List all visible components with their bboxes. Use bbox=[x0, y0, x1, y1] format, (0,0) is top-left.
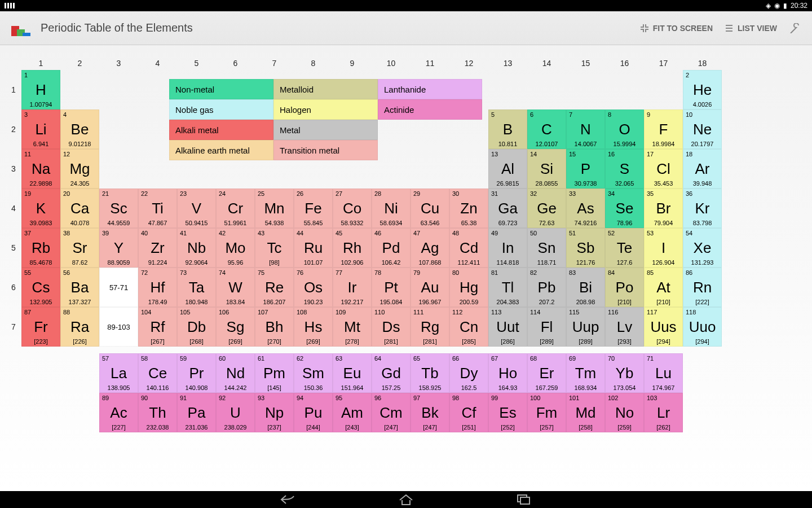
element-Cu[interactable]: 29Cu63.546 bbox=[411, 189, 449, 228]
element-Ge[interactable]: 32Ge72.63 bbox=[527, 189, 566, 228]
element-Eu[interactable]: 63Eu151.964 bbox=[333, 353, 372, 393]
element-Rh[interactable]: 45Rh102.906 bbox=[333, 228, 372, 268]
legend-transition[interactable]: Transition metal bbox=[273, 140, 378, 160]
element-Si[interactable]: 14Si28.0855 bbox=[527, 149, 566, 189]
element-Rf[interactable]: 104Rf[267] bbox=[138, 307, 177, 347]
element-Pa[interactable]: 91Pa231.036 bbox=[177, 393, 216, 432]
element-Am[interactable]: 95Am[243] bbox=[333, 393, 372, 432]
element-Ds[interactable]: 110Ds[281] bbox=[372, 307, 411, 347]
element-Ca[interactable]: 20Ca40.078 bbox=[60, 189, 99, 228]
element-Te[interactable]: 52Te127.6 bbox=[605, 228, 644, 268]
element-Es[interactable]: 99Es[252] bbox=[488, 393, 527, 432]
element-Np[interactable]: 93Np[237] bbox=[255, 393, 294, 432]
element-O[interactable]: 8O15.9994 bbox=[605, 110, 644, 149]
element-Uup[interactable]: 115Uup[289] bbox=[566, 307, 605, 347]
element-N[interactable]: 7N14.0067 bbox=[566, 110, 605, 149]
element-Sc[interactable]: 21Sc44.9559 bbox=[99, 189, 138, 228]
legend-metalloid[interactable]: Metalloid bbox=[273, 79, 378, 99]
element-Ag[interactable]: 47Ag107.868 bbox=[411, 228, 449, 268]
element-Mo[interactable]: 42Mo95.96 bbox=[216, 228, 255, 268]
legend-halogen[interactable]: Halogen bbox=[273, 99, 378, 120]
element-Hf[interactable]: 72Hf178.49 bbox=[138, 268, 177, 307]
element-Cf[interactable]: 98Cf[251] bbox=[449, 393, 488, 432]
element-Bh[interactable]: 107Bh[270] bbox=[255, 307, 294, 347]
element-Tb[interactable]: 65Tb158.925 bbox=[411, 353, 449, 393]
legend-noblegas[interactable]: Noble gas bbox=[169, 99, 273, 120]
element-Sn[interactable]: 50Sn118.71 bbox=[527, 228, 566, 268]
element-Ti[interactable]: 22Ti47.867 bbox=[138, 189, 177, 228]
element-Tm[interactable]: 69Tm168.934 bbox=[566, 353, 605, 393]
element-Rb[interactable]: 37Rb85.4678 bbox=[21, 228, 60, 268]
element-Uut[interactable]: 113Uut[286] bbox=[488, 307, 527, 347]
home-button[interactable] bbox=[398, 493, 414, 506]
element-S[interactable]: 16S32.065 bbox=[605, 149, 644, 189]
element-Mt[interactable]: 109Mt[278] bbox=[333, 307, 372, 347]
settings-button[interactable] bbox=[788, 23, 801, 33]
element-La[interactable]: 57La138.905 bbox=[99, 353, 138, 393]
element-C[interactable]: 6C12.0107 bbox=[527, 110, 566, 149]
legend-alkalineearth[interactable]: Alkaline earth metal bbox=[169, 140, 273, 160]
recent-button[interactable] bbox=[516, 494, 533, 505]
element-Lr[interactable]: 103Lr[262] bbox=[644, 393, 683, 432]
element-Gd[interactable]: 64Gd157.25 bbox=[372, 353, 411, 393]
element-Zn[interactable]: 30Zn65.38 bbox=[449, 189, 488, 228]
element-No[interactable]: 102No[259] bbox=[605, 393, 644, 432]
element-Sg[interactable]: 106Sg[269] bbox=[216, 307, 255, 347]
element-U[interactable]: 92U238.029 bbox=[216, 393, 255, 432]
element-Li[interactable]: 3Li6.941 bbox=[21, 110, 60, 149]
element-Rg[interactable]: 111Rg[281] bbox=[411, 307, 449, 347]
element-Er[interactable]: 68Er167.259 bbox=[527, 353, 566, 393]
element-Os[interactable]: 76Os190.23 bbox=[294, 268, 333, 307]
element-Pd[interactable]: 46Pd106.42 bbox=[372, 228, 411, 268]
legend-nonmetal[interactable]: Non-metal bbox=[169, 79, 273, 99]
element-Cl[interactable]: 17Cl35.453 bbox=[644, 149, 683, 189]
element-Yb[interactable]: 70Yb173.054 bbox=[605, 353, 644, 393]
element-Fl[interactable]: 114Fl[289] bbox=[527, 307, 566, 347]
element-Ne[interactable]: 10Ne20.1797 bbox=[683, 110, 722, 149]
element-Bi[interactable]: 83Bi208.98 bbox=[566, 268, 605, 307]
legend-lanthanide[interactable]: Lanthanide bbox=[378, 79, 482, 99]
element-Ra[interactable]: 88Ra[226] bbox=[60, 307, 99, 347]
element-Lv[interactable]: 116Lv[293] bbox=[605, 307, 644, 347]
back-button[interactable] bbox=[279, 494, 296, 505]
element-Pb[interactable]: 82Pb207.2 bbox=[527, 268, 566, 307]
element-Ir[interactable]: 77Ir192.217 bbox=[333, 268, 372, 307]
element-Fr[interactable]: 87Fr[223] bbox=[21, 307, 60, 347]
element-Br[interactable]: 35Br79.904 bbox=[644, 189, 683, 228]
element-F[interactable]: 9F18.9984 bbox=[644, 110, 683, 149]
element-Fm[interactable]: 100Fm[257] bbox=[527, 393, 566, 432]
element-Mn[interactable]: 25Mn54.938 bbox=[255, 189, 294, 228]
element-Ba[interactable]: 56Ba137.327 bbox=[60, 268, 99, 307]
list-view-button[interactable]: LIST VIEW bbox=[724, 23, 777, 33]
element-I[interactable]: 53I126.904 bbox=[644, 228, 683, 268]
element-P[interactable]: 15P30.9738 bbox=[566, 149, 605, 189]
element-K[interactable]: 19K39.0983 bbox=[21, 189, 60, 228]
element-Tc[interactable]: 43Tc[98] bbox=[255, 228, 294, 268]
element-Na[interactable]: 11Na22.9898 bbox=[21, 149, 60, 189]
element-Xe[interactable]: 54Xe131.293 bbox=[683, 228, 722, 268]
element-H[interactable]: 1H1.00794 bbox=[21, 70, 60, 110]
lanthanide-range[interactable]: 57-71 bbox=[99, 268, 138, 307]
element-Md[interactable]: 101Md[258] bbox=[566, 393, 605, 432]
element-Pt[interactable]: 78Pt195.084 bbox=[372, 268, 411, 307]
element-Ac[interactable]: 89Ac[227] bbox=[99, 393, 138, 432]
element-Cm[interactable]: 96Cm[247] bbox=[372, 393, 411, 432]
element-Sr[interactable]: 38Sr87.62 bbox=[60, 228, 99, 268]
element-In[interactable]: 49In114.818 bbox=[488, 228, 527, 268]
element-Ta[interactable]: 73Ta180.948 bbox=[177, 268, 216, 307]
element-Fe[interactable]: 26Fe55.845 bbox=[294, 189, 333, 228]
element-Uuo[interactable]: 118Uuo[294] bbox=[683, 307, 722, 347]
element-Se[interactable]: 34Se78.96 bbox=[605, 189, 644, 228]
element-Po[interactable]: 84Po[210] bbox=[605, 268, 644, 307]
element-Be[interactable]: 4Be9.01218 bbox=[60, 110, 99, 149]
actinide-range[interactable]: 89-103 bbox=[99, 307, 138, 347]
element-As[interactable]: 33As74.9216 bbox=[566, 189, 605, 228]
element-Pu[interactable]: 94Pu[244] bbox=[294, 393, 333, 432]
element-Uus[interactable]: 117Uus[294] bbox=[644, 307, 683, 347]
element-W[interactable]: 74W183.84 bbox=[216, 268, 255, 307]
element-Nb[interactable]: 41Nb92.9064 bbox=[177, 228, 216, 268]
element-Dy[interactable]: 66Dy162.5 bbox=[449, 353, 488, 393]
element-Tl[interactable]: 81Tl204.383 bbox=[488, 268, 527, 307]
element-Mg[interactable]: 12Mg24.305 bbox=[60, 149, 99, 189]
element-Hs[interactable]: 108Hs[269] bbox=[294, 307, 333, 347]
